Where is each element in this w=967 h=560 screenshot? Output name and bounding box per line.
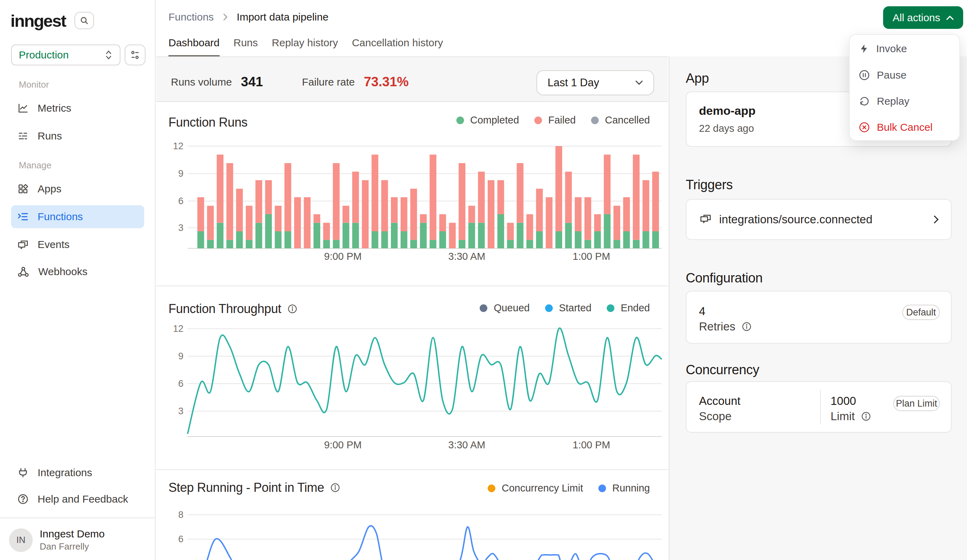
svg-text:3: 3 xyxy=(178,406,183,416)
svg-text:3:30 AM: 3:30 AM xyxy=(448,251,485,262)
svg-text:4: 4 xyxy=(178,558,183,560)
svg-text:6: 6 xyxy=(178,379,183,389)
svg-text:3:30 AM: 3:30 AM xyxy=(448,439,485,450)
svg-text:1:00 PM: 1:00 PM xyxy=(573,251,610,262)
svg-text:9:00 PM: 9:00 PM xyxy=(324,439,362,450)
svg-text:6: 6 xyxy=(178,196,183,206)
svg-text:12: 12 xyxy=(173,141,183,151)
svg-text:1:00 PM: 1:00 PM xyxy=(573,439,610,450)
svg-text:8: 8 xyxy=(178,510,183,520)
svg-text:3: 3 xyxy=(178,222,183,233)
svg-text:6: 6 xyxy=(178,534,183,544)
svg-text:9: 9 xyxy=(178,351,183,361)
svg-text:9:00 PM: 9:00 PM xyxy=(324,251,362,262)
svg-text:9: 9 xyxy=(178,168,183,179)
svg-text:12: 12 xyxy=(173,323,183,334)
